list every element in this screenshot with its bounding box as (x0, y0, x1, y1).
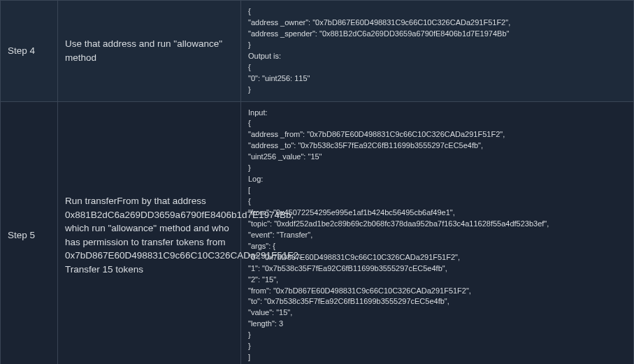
table-row: Step 4 Use that address and run "allowan… (1, 1, 634, 102)
step-label: Step 4 (1, 1, 58, 102)
step-code: { "address _owner": "0x7bD867E60D498831C… (241, 1, 634, 102)
table-row: Step 5 Run transferFrom by that address … (1, 101, 634, 364)
step-label: Step 5 (1, 101, 58, 364)
step-code: Input: { "address _from": "0x7bD867E60D4… (241, 101, 634, 364)
step-description: Run transferFrom by that address 0x881B2… (58, 101, 241, 364)
step-description: Use that address and run "allowance" met… (58, 1, 241, 102)
steps-table: Step 4 Use that address and run "allowan… (0, 0, 634, 364)
